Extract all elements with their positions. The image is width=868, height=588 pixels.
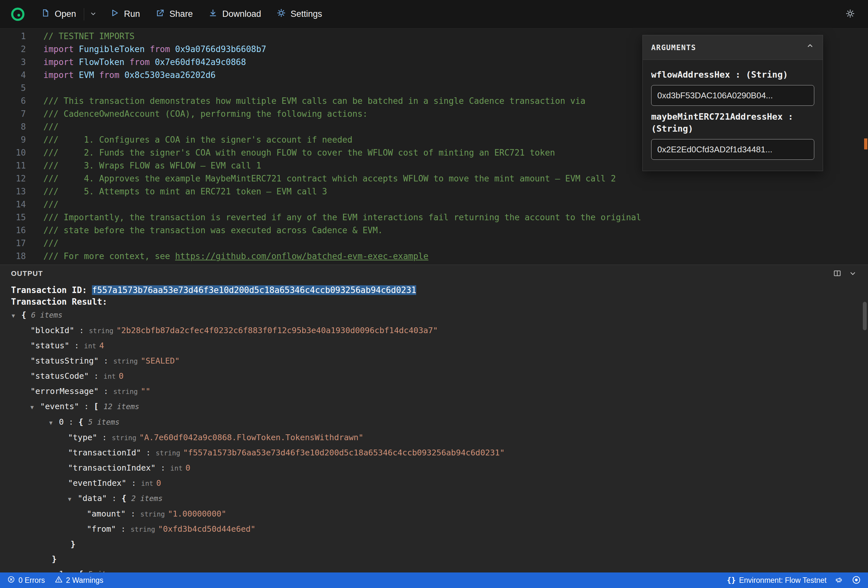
json-str: "f557a1573b76aa53e73d46f3e10d200d5c18a65… (183, 448, 505, 457)
line-number: 15 (0, 211, 26, 224)
run-button[interactable]: Run (102, 0, 148, 28)
code-token: /// For more context, see (43, 251, 175, 261)
line-number: 18 (0, 250, 26, 262)
code-token: /// (43, 122, 59, 132)
output-panel: OUTPUT Transaction ID: f557a1573b76aa53e… (0, 265, 868, 572)
line-number: 9 (0, 133, 26, 146)
json-type: string (156, 449, 180, 457)
json-tree: ▼{ 6 items"blockId" : string"2b28cbfb87d… (11, 308, 857, 572)
json-punct: : (99, 356, 113, 365)
assistant-button[interactable] (852, 575, 861, 585)
line-number: 14 (0, 198, 26, 211)
open-dropdown-button[interactable] (84, 0, 102, 28)
transaction-result-label: Transaction Result: (11, 296, 857, 308)
json-key: "statusCode" (30, 371, 89, 381)
json-items: 2 items (131, 494, 163, 503)
json-items: 5 items (88, 570, 120, 572)
errors-indicator[interactable]: 0 Errors (7, 575, 45, 585)
code-token: /// 4. Approves the example MaybeMintERC… (43, 174, 616, 183)
json-punct: : (127, 478, 141, 488)
json-punct: : (69, 341, 84, 350)
code-link[interactable]: https://github.com/onflow/batched-evm-ex… (175, 251, 428, 261)
code-token: 0x7e60df042a9c0868 (155, 57, 246, 67)
json-tree-row: ▼0 : { 5 items (11, 415, 857, 430)
code-token: FungibleToken (79, 44, 145, 54)
json-tree-row: "transactionId" : string"f557a1573b76aa5… (11, 445, 857, 461)
code-token: EVM (79, 70, 94, 80)
chevron-up-icon (806, 41, 814, 54)
collapse-arrow-icon[interactable]: ▼ (68, 492, 78, 507)
line-number: 11 (0, 159, 26, 172)
line-number: 17 (0, 237, 26, 250)
flow-logo-icon[interactable] (10, 7, 25, 22)
share-label: Share (170, 9, 193, 19)
feedback-button[interactable] (835, 576, 843, 585)
output-scrollbar[interactable] (863, 302, 867, 330)
json-tree-row: } (11, 537, 857, 552)
environment-label: Environment: Flow Testnet (739, 576, 827, 585)
json-type: string (113, 388, 138, 396)
share-button[interactable]: Share (148, 0, 201, 28)
json-type: string (113, 357, 138, 365)
code-line: 17/// (0, 237, 868, 250)
play-icon (110, 9, 119, 20)
flow-runner-app: Open Run Share Download Settings 1 (0, 0, 868, 588)
json-tree-row: ▼1 : { 5 items (11, 567, 857, 572)
code-editor[interactable]: 1// TESTNET IMPORTS2import FungibleToken… (0, 28, 868, 265)
json-key: "events" (40, 402, 79, 411)
line-number: 16 (0, 224, 26, 237)
download-icon (208, 9, 217, 20)
json-str: "2b28cbfb87da2cfec4f0232c6f883f0f12c95b3… (116, 326, 438, 335)
json-punct: : (79, 402, 93, 411)
json-key: "statusString" (30, 356, 99, 365)
json-key: 0 (59, 417, 64, 427)
download-label: Download (222, 9, 261, 19)
code-line: 16/// state before the transaction was e… (0, 224, 868, 237)
code-token: from (145, 44, 175, 54)
code-token: /// 3. Wraps FLOW as WFLOW – EVM call 1 (43, 161, 261, 171)
collapse-arrow-icon[interactable]: ▼ (49, 567, 59, 572)
json-tree-row: } (11, 552, 857, 567)
collapse-output-button[interactable] (849, 269, 857, 279)
erc721-address-input[interactable] (651, 139, 814, 160)
json-brace: { (121, 494, 131, 503)
json-key: "data" (78, 494, 107, 503)
line-number: 13 (0, 185, 26, 198)
transaction-id-value: f557a1573b76aa53e73d46f3e10d200d5c18a653… (92, 285, 416, 295)
environment-indicator[interactable]: {} Environment: Flow Testnet (727, 576, 827, 585)
code-token: /// 2. Funds the signer's COA with enoug… (43, 148, 555, 158)
share-icon (156, 9, 165, 20)
code-token: import (43, 57, 79, 67)
megaphone-icon (835, 576, 843, 585)
open-button[interactable]: Open (33, 0, 84, 28)
json-punct: : (107, 494, 121, 503)
collapse-arrow-icon[interactable]: ▼ (30, 400, 40, 415)
arguments-body: wflowAddressHex : (String) maybeMintERC7… (643, 60, 823, 171)
code-token: /// (43, 238, 59, 248)
json-int: 0 (119, 371, 124, 381)
split-panel-button[interactable] (833, 269, 841, 279)
warnings-indicator[interactable]: 2 Warnings (55, 575, 103, 585)
braces-icon: {} (727, 576, 736, 584)
arguments-header[interactable]: ARGUMENTS (643, 35, 823, 60)
output-header: OUTPUT (0, 265, 868, 282)
json-tree-row: "blockId" : string"2b28cbfb87da2cfec4f02… (11, 323, 857, 338)
json-type: int (84, 342, 96, 350)
json-brace: { (78, 417, 88, 427)
theme-toggle-button[interactable] (845, 9, 855, 19)
json-punct: : (99, 386, 113, 396)
settings-button[interactable]: Settings (269, 0, 330, 28)
json-key: "status" (30, 341, 69, 350)
wflow-address-input[interactable] (651, 85, 814, 106)
json-punct: : (116, 524, 130, 533)
output-title: OUTPUT (11, 270, 43, 278)
download-button[interactable]: Download (201, 0, 269, 28)
json-key: "type" (68, 433, 97, 442)
collapse-arrow-icon[interactable]: ▼ (49, 415, 59, 430)
collapse-arrow-icon[interactable]: ▼ (12, 308, 21, 323)
open-file-icon (41, 9, 50, 20)
transaction-id-label: Transaction ID: (11, 285, 92, 295)
line-number: 6 (0, 94, 26, 108)
code-token: /// 1. Configures a COA in the signer's … (43, 135, 353, 144)
json-items: 12 items (103, 402, 139, 411)
